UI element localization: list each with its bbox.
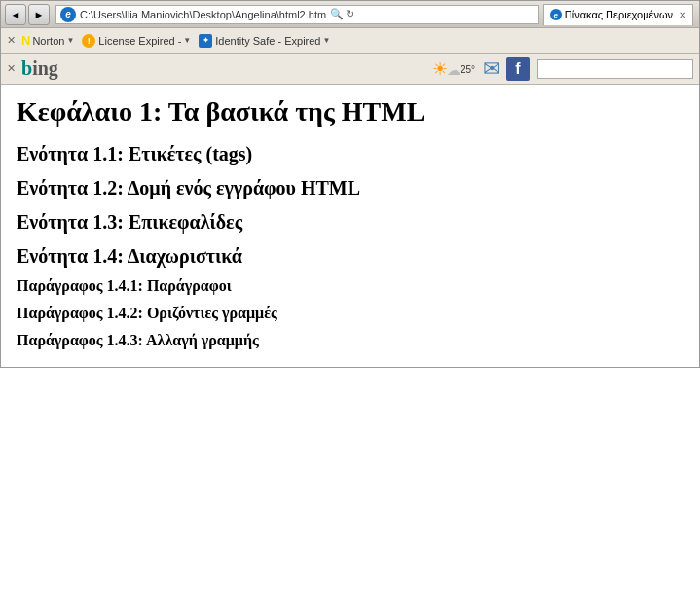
subsection-1-4-1: Παράγραφος 1.4.1: Παράγραφοι <box>17 277 683 295</box>
weather-widget: ☀ ☁ 25° ✉ f <box>432 56 693 82</box>
license-label: License Expired - <box>98 35 181 47</box>
tab-label: Πίνακας Περιεχομένων <box>565 9 673 20</box>
facebook-icon[interactable]: f <box>506 57 530 81</box>
address-text: C:\Users\Ilia Maniovich\Desktop\Angelina… <box>80 9 326 20</box>
norton-toolbar: ✕ N Norton ▼ ! License Expired - ▼ ✦ Ide… <box>1 28 699 54</box>
section-1-3: Ενότητα 1.3: Επικεφαλίδες <box>17 211 683 234</box>
search-icon: 🔍 <box>330 8 344 20</box>
tab-icon: e <box>550 9 562 20</box>
page-content: Κεφάλαιο 1: Τα βασικά της HTML Ενότητα 1… <box>1 85 699 367</box>
bing-logo: bing <box>21 57 58 80</box>
identity-shield-icon: ✦ <box>199 34 212 48</box>
section-1-4: Ενότητα 1.4: Διαχωριστικά <box>17 245 683 268</box>
bing-close-button[interactable]: ✕ <box>7 62 16 75</box>
address-bar[interactable]: e C:\Users\Ilia Maniovich\Desktop\Angeli… <box>55 5 539 24</box>
active-tab[interactable]: e Πίνακας Περιεχομένων ✕ <box>543 4 693 25</box>
tab-close-button[interactable]: ✕ <box>679 10 686 20</box>
ie-icon: e <box>60 7 76 22</box>
chapter-title: Κεφάλαιο 1: Τα βασικά της HTML <box>17 96 683 127</box>
envelope-icon[interactable]: ✉ <box>483 56 500 82</box>
identity-label: Identity Safe - Expired <box>215 35 320 47</box>
norton-dropdown-icon: ▼ <box>66 36 74 45</box>
identity-safe-item[interactable]: ✦ Identity Safe - Expired ▼ <box>199 34 330 48</box>
license-dropdown-icon: ▼ <box>183 36 191 45</box>
sun-icon: ☀ <box>432 59 448 79</box>
norton-n-icon: N <box>21 33 30 48</box>
bing-search-input[interactable] <box>537 59 693 79</box>
bing-toolbar: ✕ bing ☀ ☁ 25° ✉ f <box>1 54 699 85</box>
forward-button[interactable]: ► <box>28 4 50 25</box>
refresh-icon: ↻ <box>346 8 354 20</box>
norton-label: Norton <box>32 35 64 47</box>
subsection-1-4-3: Παράγραφος 1.4.3: Αλλαγή γραμμής <box>17 332 683 349</box>
section-1-1: Ενότητα 1.1: Ετικέτες (tags) <box>17 143 683 165</box>
browser-frame: ◄ ► e C:\Users\Ilia Maniovich\Desktop\An… <box>0 0 700 368</box>
temperature-label: 25° <box>461 64 475 75</box>
subsection-1-4-2: Παράγραφος 1.4.2: Οριζόντιες γραμμές <box>17 305 683 322</box>
norton-menu[interactable]: N Norton ▼ <box>21 33 74 48</box>
identity-dropdown-icon: ▼ <box>323 36 331 45</box>
section-1-2: Ενότητα 1.2: Δομή ενός εγγράφου HTML <box>17 177 683 199</box>
license-warning-icon: ! <box>82 34 95 48</box>
cloud-icon: ☁ <box>447 62 461 78</box>
license-expired-item[interactable]: ! License Expired - ▼ <box>82 34 191 48</box>
title-bar: ◄ ► e C:\Users\Ilia Maniovich\Desktop\An… <box>1 1 699 28</box>
norton-close-button[interactable]: ✕ <box>7 34 16 47</box>
back-button[interactable]: ◄ <box>5 4 26 25</box>
weather-icon-group: ☀ ☁ <box>432 58 461 80</box>
